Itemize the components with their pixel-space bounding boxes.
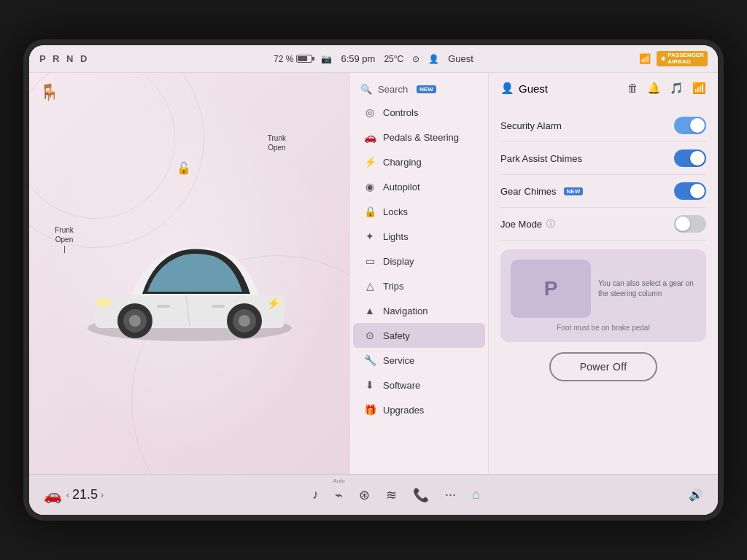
- menu-item-display[interactable]: ▭ Display: [353, 249, 485, 273]
- header-icons: 🗑 🔔 🎵 📶: [627, 82, 706, 95]
- taskbar-heat[interactable]: ≋: [386, 487, 397, 503]
- autopilot-icon: ◉: [363, 181, 376, 192]
- park-assist-toggle[interactable]: [674, 149, 706, 167]
- taskbar-home[interactable]: ⌂: [472, 487, 480, 502]
- airbag-badge: ☀ PASSENGERAIRBAG: [657, 51, 708, 67]
- service-label: Service: [383, 355, 414, 366]
- software-icon: ⬇: [363, 379, 376, 391]
- menu-item-pedals[interactable]: 🚗 Pedals & Steering: [353, 125, 485, 149]
- gear-chimes-row: Gear Chimes NEW: [500, 175, 706, 208]
- display-label: Display: [383, 256, 414, 267]
- odo-left-arrow[interactable]: ‹: [66, 490, 69, 500]
- temp-display: 25°C: [384, 54, 403, 64]
- trips-label: Trips: [383, 281, 403, 292]
- wifi-header-icon[interactable]: 📶: [692, 82, 706, 95]
- device-frame: P R N D 72 % 📷 6:59 pm 25°C ⊙ 👤 Guest 📶: [23, 39, 724, 521]
- volume-icon[interactable]: 🔊: [689, 488, 703, 502]
- taskbar-left: 🚗 ‹ 21.5 ›: [44, 486, 104, 504]
- taskbar: 🚗 ‹ 21.5 › ♪ Auto ⌁ ⊛ ≋ 📞 ··· ⌂: [29, 474, 718, 515]
- user-icon: 👤: [428, 54, 439, 64]
- display-icon: ▭: [363, 255, 376, 267]
- safety-icon: ⊙: [363, 330, 376, 341]
- autopilot-label: Autopilot: [383, 182, 420, 192]
- guest-header: 👤 Guest: [500, 82, 548, 95]
- search-new-badge: NEW: [417, 85, 436, 93]
- bell-icon[interactable]: 🔔: [647, 82, 661, 95]
- odometer: ‹ 21.5 ›: [66, 487, 104, 502]
- security-alarm-row: Security Alarm: [500, 109, 706, 142]
- car-panel: 🪑 Frunk Open Trunk Open 🔓: [29, 73, 350, 474]
- park-assist-row: Park Assist Chimes: [500, 142, 706, 175]
- lock-icon: 🔓: [177, 161, 191, 175]
- gear-chimes-label: Gear Chimes NEW: [500, 186, 583, 197]
- locks-label: Locks: [383, 206, 408, 217]
- status-center: 72 % 📷 6:59 pm 25°C ⊙ 👤 Guest: [274, 53, 473, 64]
- navigation-icon: ▲: [363, 305, 376, 316]
- lights-label: Lights: [383, 231, 409, 242]
- search-label: Search: [378, 84, 408, 95]
- taskbar-fan[interactable]: ⊛: [359, 487, 370, 503]
- power-off-container: Power Off: [500, 352, 706, 381]
- time-display: 6:59 pm: [341, 53, 375, 64]
- charge-icon: ⚡: [267, 298, 279, 309]
- battery-indicator: 72 %: [274, 54, 312, 64]
- search-row[interactable]: 🔍 Search NEW: [350, 79, 488, 100]
- svg-rect-12: [212, 305, 225, 308]
- security-alarm-label: Security Alarm: [500, 120, 562, 131]
- main-content: 🪑 Frunk Open Trunk Open 🔓: [29, 73, 718, 474]
- safety-label: Safety: [383, 330, 410, 341]
- taskbar-right: 🔊: [689, 488, 703, 502]
- trunk-label: Trunk Open: [268, 133, 286, 152]
- taskbar-dots[interactable]: ···: [445, 487, 456, 502]
- battery-percent: 72 %: [274, 54, 293, 64]
- bluetooth-icon[interactable]: 🎵: [670, 82, 684, 95]
- taskbar-car-icon[interactable]: 🚗: [44, 486, 62, 504]
- taskbar-phone[interactable]: 📞: [413, 487, 429, 503]
- menu-item-upgrades[interactable]: 🎁 Upgrades: [353, 397, 485, 422]
- svg-rect-11: [157, 305, 170, 308]
- menu-item-service[interactable]: 🔧 Service: [353, 348, 485, 373]
- upgrades-label: Upgrades: [383, 405, 424, 416]
- gear-p-icon: P: [544, 277, 558, 300]
- pedals-label: Pedals & Steering: [383, 132, 459, 143]
- menu-item-trips[interactable]: △ Trips: [353, 273, 485, 298]
- trips-icon: △: [363, 280, 376, 292]
- screen: P R N D 72 % 📷 6:59 pm 25°C ⊙ 👤 Guest 📶: [29, 45, 718, 515]
- odo-value: 21.5: [72, 487, 98, 502]
- menu-item-charging[interactable]: ⚡ Charging: [353, 149, 485, 174]
- joe-mode-info[interactable]: ⓘ: [546, 218, 555, 230]
- trash-icon[interactable]: 🗑: [627, 82, 638, 95]
- controls-label: Controls: [383, 107, 418, 118]
- power-off-button[interactable]: Power Off: [549, 352, 658, 381]
- lights-icon: ✦: [363, 230, 376, 242]
- seat-warning-icon: 🪑: [39, 83, 59, 102]
- charging-label: Charging: [383, 157, 422, 168]
- gear-visual: P: [511, 260, 591, 318]
- service-icon: 🔧: [363, 354, 376, 366]
- temp-icon: ⊙: [412, 54, 419, 64]
- header-user-icon: 👤: [500, 82, 514, 95]
- svg-point-9: [96, 298, 111, 307]
- taskbar-music[interactable]: ♪: [312, 487, 319, 502]
- joe-mode-toggle[interactable]: [674, 215, 706, 233]
- menu-item-safety[interactable]: ⊙ Safety: [353, 323, 485, 348]
- menu-item-controls[interactable]: ◎ Controls: [353, 100, 485, 125]
- security-alarm-toggle[interactable]: [674, 117, 706, 134]
- pedals-icon: 🚗: [363, 131, 376, 143]
- taskbar-wiper[interactable]: Auto ⌁: [335, 487, 343, 503]
- car-svg: [73, 208, 306, 354]
- menu-item-software[interactable]: ⬇ Software: [353, 373, 485, 397]
- navigation-label: Navigation: [383, 306, 427, 316]
- menu-item-autopilot[interactable]: ◉ Autopilot: [353, 174, 485, 199]
- header-guest-label: Guest: [519, 82, 548, 95]
- menu-item-navigation[interactable]: ▲ Navigation: [353, 298, 485, 323]
- taskbar-center: ♪ Auto ⌁ ⊛ ≋ 📞 ··· ⌂: [104, 487, 689, 503]
- settings-panel: 👤 Guest 🗑 🔔 🎵 📶 Security Alarm: [489, 73, 718, 474]
- prnd-display: P R N D: [39, 53, 89, 64]
- auto-label: Auto: [333, 478, 344, 484]
- status-right: 📶 ☀ PASSENGERAIRBAG: [639, 51, 708, 67]
- gear-chimes-toggle[interactable]: [674, 182, 706, 200]
- menu-item-locks[interactable]: 🔒 Locks: [353, 199, 485, 224]
- menu-item-lights[interactable]: ✦ Lights: [353, 224, 485, 249]
- car-image: [73, 208, 306, 354]
